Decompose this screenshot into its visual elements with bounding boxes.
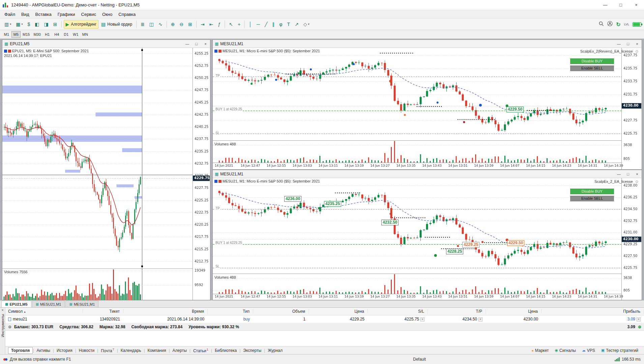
disable-buy-button[interactable]: Disable BUY — [570, 58, 614, 64]
chart-maximize-button[interactable]: □ — [192, 40, 201, 48]
toolbox-close-button[interactable]: × — [1, 308, 3, 313]
channel-button[interactable]: ∥ — [270, 20, 276, 29]
column-header-8[interactable]: Цена — [486, 309, 541, 314]
column-header-1[interactable]: Тикет — [83, 309, 123, 314]
bars-mode-button[interactable]: ≣ — [139, 20, 147, 29]
timeframe-m30[interactable]: M30 — [32, 31, 42, 38]
menu-insert[interactable]: Вставка — [32, 11, 55, 18]
toolbox-right-tab-0[interactable]: ●Маркет — [528, 347, 552, 354]
toolbox-tab-9[interactable]: Библиотека — [212, 347, 239, 354]
minimize-button[interactable]: — — [597, 0, 613, 10]
arrows-tool-button[interactable]: ↗ — [293, 20, 301, 29]
chart-tab-0[interactable]: ▦EPU21,M5 — [1, 301, 31, 307]
toolbox-tab-6[interactable]: Компания — [145, 347, 169, 354]
expand-icon[interactable]: ⊕ — [8, 325, 11, 329]
timeframe-m5[interactable]: M5 — [11, 31, 21, 38]
menu-view[interactable]: Вид — [18, 11, 32, 18]
shapes-button[interactable]: ◇▾ — [301, 20, 312, 29]
connection-status-icon[interactable]: ↻ — [616, 21, 620, 28]
chart-minimize-button[interactable]: — — [614, 170, 623, 178]
ea-status-icon[interactable]: ☺ — [635, 179, 639, 184]
search-icon[interactable] — [598, 21, 604, 28]
ea-status-icon[interactable]: ☺ — [635, 49, 639, 54]
trendline-button[interactable]: ╱ — [263, 20, 269, 29]
chart-window-titlebar[interactable]: ▦ EPU21,M5 — □ × — [2, 40, 210, 48]
chart-close-button[interactable]: × — [201, 40, 210, 48]
timeframe-m15[interactable]: M15 — [21, 31, 31, 38]
line-mode-button[interactable]: ∿ — [156, 20, 165, 29]
toolbox-tab-7[interactable]: Алерты — [170, 347, 189, 354]
toolbox-tab-3[interactable]: Новости — [76, 347, 97, 354]
menu-window[interactable]: Окно — [99, 11, 115, 18]
timeframe-h1[interactable]: H1 — [43, 31, 52, 38]
cursor-button[interactable]: ↖ — [227, 20, 235, 29]
candles-mode-button[interactable]: ◫ — [147, 20, 156, 29]
toolbox-tab-5[interactable]: Календарь — [118, 347, 144, 354]
position-row[interactable]: mesu21 134920921 2021.06.14 14:39:00 buy… — [5, 315, 644, 323]
profiles-button[interactable]: ▦▾ — [14, 20, 25, 29]
enable-sell-button[interactable]: Enable SELL — [570, 65, 614, 71]
close-button[interactable]: × — [628, 0, 644, 10]
data-window-button[interactable]: ◧ — [33, 20, 41, 29]
status-profile[interactable]: Default — [413, 357, 426, 362]
vertical-line-button[interactable]: │ — [247, 20, 254, 29]
toolbox-tab-8[interactable]: Статьи1 — [191, 347, 211, 354]
zoom-out-button[interactable]: ⊖ — [178, 20, 186, 29]
epu21-chart-canvas[interactable] — [2, 48, 210, 300]
chart-tab-2[interactable]: ▦MESU21,M1 — [65, 301, 98, 307]
chart-window-titlebar[interactable]: ▦ MESU21,M1 — □ × — [213, 40, 642, 48]
timeframe-d1[interactable]: D1 — [62, 31, 71, 38]
tile-windows-button[interactable]: ⊞ — [186, 20, 194, 29]
chart-restore-button[interactable]: □ — [623, 170, 633, 178]
column-header-5[interactable]: Цена — [309, 309, 368, 314]
crosshair-button[interactable]: + — [236, 20, 242, 29]
chart-shift-button[interactable]: ⇤ — [207, 20, 215, 29]
chart-restore-button[interactable]: □ — [623, 40, 633, 48]
new-chart-button[interactable]: ▥▾ — [2, 20, 13, 29]
account-icon[interactable] — [607, 21, 613, 28]
chart-minimize-button[interactable]: — — [183, 40, 192, 48]
disable-buy-button[interactable]: Disable BUY — [570, 189, 614, 194]
text-tool-button[interactable]: T — [285, 20, 292, 29]
auto-scroll-button[interactable]: ⇥ — [199, 20, 207, 29]
toolbox-toggle-button[interactable]: ⊞ — [51, 20, 59, 29]
toolbox-tab-0[interactable]: Торговля — [8, 347, 33, 354]
chart-close-button[interactable]: × — [633, 40, 642, 48]
close-position-button[interactable]: × — [637, 317, 641, 321]
enable-sell-button[interactable]: Enable SELL — [570, 196, 614, 201]
chart-minimize-button[interactable]: — — [614, 40, 623, 48]
timeframe-m1[interactable]: M1 — [2, 31, 11, 38]
algotrading-button[interactable]: ▶Алготрейдинг — [64, 20, 99, 29]
menu-help[interactable]: Справка — [115, 11, 139, 18]
cancel-tp-button[interactable]: × — [478, 317, 482, 321]
toolbox-right-tab-2[interactable]: ☁VPS — [579, 347, 598, 354]
menu-file[interactable]: Файл — [1, 11, 18, 18]
cancel-sl-button[interactable]: × — [420, 317, 425, 321]
new-order-button[interactable]: ▤Новый ордер — [99, 20, 134, 29]
timeframe-w1[interactable]: W1 — [71, 31, 80, 38]
maximize-button[interactable]: □ — [613, 0, 628, 10]
column-header-3[interactable]: Тип — [208, 309, 253, 314]
menu-service[interactable]: Сервис — [78, 11, 99, 18]
toolbox-tab-4[interactable]: Почта7 — [98, 347, 117, 354]
column-header-9[interactable]: Прибыль — [541, 309, 644, 314]
toolbox-tab-10[interactable]: Эксперты — [240, 347, 264, 354]
status-latency[interactable]: 166.53 ms — [622, 357, 641, 362]
toolbox-tab-2[interactable]: История — [54, 347, 75, 354]
toolbox-right-tab-1[interactable]: ◉Сигналы — [552, 347, 579, 354]
navigator-button[interactable]: ◨ — [42, 20, 51, 29]
timeframe-h4[interactable]: H4 — [52, 31, 61, 38]
column-header-4[interactable]: Объем — [253, 309, 309, 314]
column-header-0[interactable]: Символ ▲ — [5, 309, 83, 314]
toolbox-right-tab-3[interactable]: ▣Тестер стратегий — [598, 347, 641, 354]
indicators-button[interactable]: ƒ — [216, 20, 223, 29]
toolbox-tab-1[interactable]: Активы — [34, 347, 53, 354]
chart-close-button[interactable]: × — [633, 170, 642, 178]
new-position-icon[interactable]: ⊕ — [638, 325, 641, 329]
toolbox-panel-title[interactable]: Инструменты — [1, 314, 5, 337]
column-header-2[interactable]: Время — [123, 309, 208, 314]
fibonacci-button[interactable]: φ — [277, 20, 284, 29]
column-header-6[interactable]: S/L — [368, 309, 428, 314]
market-watch-button[interactable]: $ — [26, 20, 32, 29]
chart-window-titlebar[interactable]: ▦ MESU21,M1 — □ × — [213, 170, 642, 178]
